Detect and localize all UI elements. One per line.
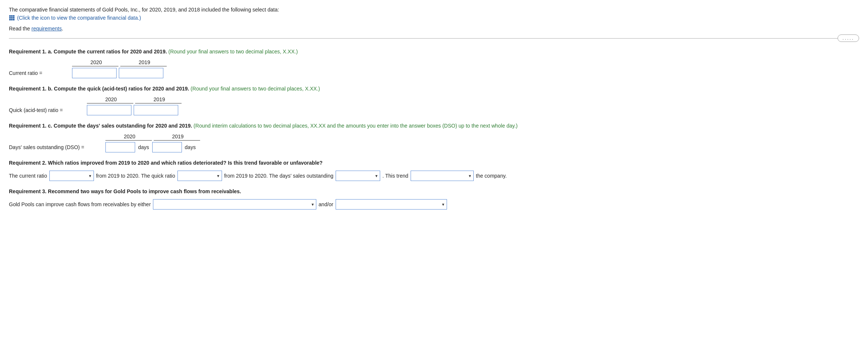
req2-dropdown4[interactable]: is favorable for is unfavorable for (411, 171, 474, 181)
req1a-input-row: Current ratio = (9, 68, 859, 78)
req1c-days1: days (138, 144, 149, 150)
req3-section: Requirement 3. Recommend two ways for Go… (9, 188, 859, 210)
svg-rect-5 (13, 17, 14, 19)
req1b-title: Requirement 1. b. Compute the quick (aci… (9, 85, 859, 93)
req2-text4: . This trend (382, 173, 408, 179)
req1a-label: Current ratio = (9, 70, 72, 76)
req2-dropdown2[interactable]: improved deteriorated (177, 171, 222, 181)
req1b-col1-header: 2020 (87, 96, 135, 103)
req1c-col2-header: 2019 (154, 134, 202, 140)
req1b-input-2019[interactable] (134, 105, 178, 115)
svg-rect-2 (13, 15, 14, 17)
req1c-label: Days' sales outstanding (DSO) = (9, 144, 105, 150)
intro-text: The comparative financial statements of … (9, 7, 859, 13)
req1a-input-2020[interactable] (72, 68, 117, 78)
requirements-link[interactable]: requirements (32, 26, 62, 32)
req1a-section: Requirement 1. a. Compute the current ra… (9, 48, 859, 78)
svg-rect-1 (11, 15, 13, 17)
svg-rect-7 (11, 19, 13, 20)
req1b-label: Quick (acid-test) ratio = (9, 107, 87, 113)
req2-dropdown4-wrap[interactable]: is favorable for is unfavorable for (411, 171, 474, 181)
svg-rect-4 (11, 17, 13, 19)
req3-text2: and/or (319, 201, 333, 207)
req3-dropdown2[interactable]: collecting receivables faster offering d… (336, 199, 447, 210)
req1a-input-2019[interactable] (119, 68, 163, 78)
req2-text2: from 2019 to 2020. The quick ratio (96, 173, 175, 179)
svg-rect-6 (9, 19, 11, 20)
req1b-section: Requirement 1. b. Compute the quick (aci… (9, 85, 859, 115)
req2-text1: The current ratio (9, 173, 47, 179)
req1a-col2-header: 2019 (120, 59, 169, 66)
req1b-col2-header: 2019 (135, 96, 183, 103)
req1c-days2: days (185, 144, 196, 150)
req1b-input-2020[interactable] (87, 105, 131, 115)
req3-title: Requirement 3. Recommend two ways for Go… (9, 188, 859, 195)
data-link[interactable]: (Click the icon to view the comparative … (9, 15, 141, 21)
svg-rect-0 (9, 15, 11, 17)
req2-text3: from 2019 to 2020. The days' sales outst… (224, 173, 333, 179)
req1c-input-2019[interactable] (152, 142, 182, 152)
data-link-text: (Click the icon to view the comparative … (17, 15, 141, 21)
req1c-col1-header: 2020 (105, 134, 154, 140)
req3-row: Gold Pools can improve cash flows from r… (9, 199, 859, 210)
req3-dropdown2-wrap[interactable]: collecting receivables faster offering d… (336, 199, 447, 210)
req2-dropdown2-wrap[interactable]: improved deteriorated (177, 171, 222, 181)
req1c-title: Requirement 1. c. Compute the days' sale… (9, 122, 859, 130)
svg-rect-3 (9, 17, 11, 19)
svg-rect-8 (13, 19, 14, 20)
req3-dropdown1-wrap[interactable]: collecting receivables faster offering d… (153, 199, 316, 210)
req3-dropdown1[interactable]: collecting receivables faster offering d… (153, 199, 316, 210)
req1c-input-row: Days' sales outstanding (DSO) = days day… (9, 142, 859, 152)
req2-text5: the company. (476, 173, 507, 179)
req1b-table: 2020 2019 Quick (acid-test) ratio = (9, 96, 859, 115)
req2-dropdown1[interactable]: improved deteriorated (49, 171, 94, 181)
dots-pill: ..... (838, 34, 859, 42)
req1c-table: 2020 2019 Days' sales outstanding (DSO) … (9, 134, 859, 152)
req1b-input-row: Quick (acid-test) ratio = (9, 105, 859, 115)
req2-dropdown3[interactable]: improved deteriorated (336, 171, 380, 181)
req2-dropdown3-wrap[interactable]: improved deteriorated (336, 171, 380, 181)
req1c-input-2020[interactable] (105, 142, 135, 152)
req3-text1: Gold Pools can improve cash flows from r… (9, 201, 151, 207)
read-req: Read the requirements. (9, 26, 859, 32)
dots-divider: ..... (9, 34, 859, 42)
grid-icon (9, 15, 15, 21)
req1a-title: Requirement 1. a. Compute the current ra… (9, 48, 859, 56)
req2-title: Requirement 2. Which ratios improved fro… (9, 159, 859, 167)
req1a-table: 2020 2019 Current ratio = (9, 59, 859, 78)
req2-row: The current ratio improved deteriorated … (9, 171, 859, 181)
req2-section: Requirement 2. Which ratios improved fro… (9, 159, 859, 181)
req2-dropdown1-wrap[interactable]: improved deteriorated (49, 171, 94, 181)
req1c-section: Requirement 1. c. Compute the days' sale… (9, 122, 859, 152)
req1a-col1-header: 2020 (72, 59, 120, 66)
